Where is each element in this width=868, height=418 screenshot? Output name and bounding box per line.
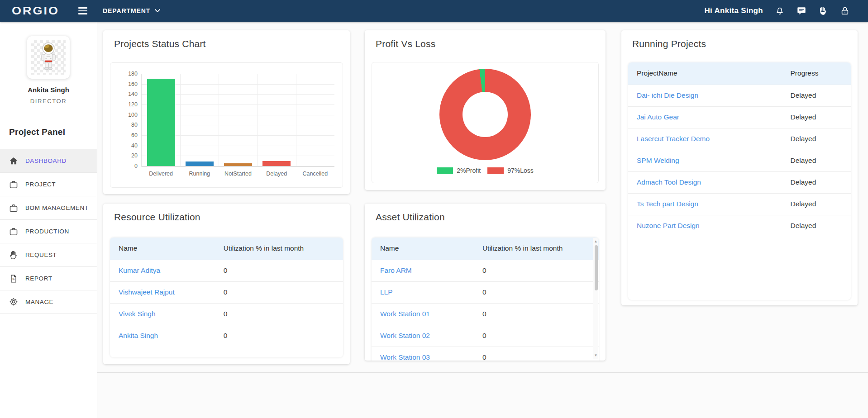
bar-chart: 020406080100120140160180DeliveredRunning… bbox=[141, 74, 334, 166]
x-axis-tick-label: Cancelled bbox=[303, 171, 328, 177]
column-header: ProjectName bbox=[628, 62, 782, 85]
hand-outline-icon bbox=[9, 250, 19, 260]
project-link[interactable]: Ts Tech part Design bbox=[637, 200, 698, 208]
resource-utilization-table: NameUtilization % in last monthKumar Adi… bbox=[110, 238, 343, 347]
table-row: Vivek Singh0 bbox=[110, 303, 343, 325]
legend-item: 97%Loss bbox=[487, 167, 534, 174]
x-axis-tick-label: Delayed bbox=[266, 171, 287, 177]
column-header: Name bbox=[110, 238, 215, 260]
sidebar-user-name: Ankita Singh bbox=[0, 86, 97, 94]
row-name-cell: Vivek Singh bbox=[110, 303, 215, 325]
table-row: Work Station 010 bbox=[372, 303, 599, 325]
briefcase-icon bbox=[9, 180, 19, 190]
table-row: Vishwajeet Rajput0 bbox=[110, 281, 343, 303]
project-link[interactable]: Nuzone Part Design bbox=[637, 222, 700, 229]
asset-utilization-table-wrap: NameUtilization % in last monthFaro ARM0… bbox=[372, 238, 599, 361]
project-link[interactable]: Dai- ichi Die Design bbox=[637, 91, 698, 99]
column-header: Utilization % in last month bbox=[474, 238, 599, 260]
sidebar-menu: DASHBOARDPROJECTBOM MANAGEMENTPRODUCTION… bbox=[0, 149, 97, 314]
department-dropdown[interactable]: DEPARTMENT bbox=[103, 7, 160, 14]
hamburger-menu-icon[interactable] bbox=[76, 5, 89, 16]
row-value-cell: Delayed bbox=[782, 215, 851, 237]
row-value-cell: 0 bbox=[474, 347, 599, 361]
gridline bbox=[258, 74, 258, 166]
scrollbar-thumb[interactable] bbox=[595, 245, 598, 290]
row-value-cell: 0 bbox=[215, 303, 343, 325]
scrollbar-down-arrow[interactable]: ▼ bbox=[593, 353, 598, 358]
row-value-cell: Delayed bbox=[782, 85, 851, 106]
resource-link[interactable]: Kumar Aditya bbox=[119, 266, 160, 274]
y-axis-tick-label: 0 bbox=[134, 163, 138, 169]
table-row: Nuzone Part DesignDelayed bbox=[628, 215, 851, 237]
legend-label: 97%Loss bbox=[507, 167, 534, 174]
briefcase-icon bbox=[9, 203, 19, 213]
resource-link[interactable]: Vivek Singh bbox=[119, 310, 156, 318]
legend-swatch bbox=[437, 167, 453, 174]
sidebar-item-dashboard[interactable]: DASHBOARD bbox=[0, 149, 97, 172]
resource-link[interactable]: Ankita Singh bbox=[119, 332, 158, 339]
sidebar: Ankita Singh DIRECTOR Project Panel DASH… bbox=[0, 22, 97, 418]
row-name-cell: Ts Tech part Design bbox=[628, 193, 782, 215]
sidebar-item-label: PRODUCTION bbox=[25, 228, 69, 235]
row-name-cell: Ankita Singh bbox=[110, 325, 215, 347]
user-greeting: Hi Ankita Singh bbox=[705, 6, 763, 15]
row-name-cell: Work Station 01 bbox=[372, 303, 474, 325]
table-row: Dai- ichi Die DesignDelayed bbox=[628, 85, 851, 106]
row-value-cell: 0 bbox=[474, 303, 599, 325]
navbar-right: Hi Ankita Singh bbox=[705, 6, 850, 16]
sidebar-item-manage[interactable]: MANAGE bbox=[0, 290, 97, 314]
x-axis-tick-label: Delivered bbox=[149, 171, 173, 177]
row-value-cell: 0 bbox=[215, 260, 343, 281]
department-label: DEPARTMENT bbox=[103, 7, 150, 14]
resource-utilization-card: Resource Utilization NameUtilization % i… bbox=[103, 204, 350, 364]
home-icon bbox=[9, 156, 19, 166]
y-axis-tick-label: 100 bbox=[128, 112, 138, 118]
row-name-cell: Admach Tool Design bbox=[628, 171, 782, 193]
row-value-cell: Delayed bbox=[782, 128, 851, 150]
sidebar-item-production[interactable]: PRODUCTION bbox=[0, 219, 97, 243]
sidebar-item-report[interactable]: $REPORT bbox=[0, 266, 97, 290]
project-link[interactable]: Lasercut Tracker Demo bbox=[637, 135, 710, 142]
gridline bbox=[219, 74, 219, 166]
row-name-cell: Jai Auto Gear bbox=[628, 106, 782, 128]
row-value-cell: Delayed bbox=[782, 106, 851, 128]
table-row: Kumar Aditya0 bbox=[110, 260, 343, 281]
asset-link[interactable]: Work Station 03 bbox=[380, 353, 430, 361]
y-axis-tick-label: 160 bbox=[128, 81, 138, 87]
row-name-cell: LLP bbox=[372, 281, 474, 303]
project-link[interactable]: SPM Welding bbox=[637, 157, 679, 164]
bar-chart-panel: 020406080100120140160180DeliveredRunning… bbox=[110, 62, 343, 188]
sidebar-item-label: REQUEST bbox=[25, 252, 57, 258]
chat-icon[interactable] bbox=[796, 6, 806, 16]
hand-icon[interactable] bbox=[818, 6, 828, 16]
sidebar-item-bom-management[interactable]: BOM MANAGEMENT bbox=[0, 196, 97, 219]
scrollbar[interactable]: ▲ ▼ bbox=[593, 238, 598, 359]
sidebar-item-label: PROJECT bbox=[25, 181, 56, 188]
row-value-cell: 0 bbox=[215, 325, 343, 347]
row-value-cell: 0 bbox=[215, 281, 343, 303]
bell-icon[interactable] bbox=[775, 6, 785, 16]
gridline bbox=[180, 74, 181, 166]
running-projects-table: ProjectNameProgressDai- ichi Die DesignD… bbox=[628, 62, 851, 237]
projects-status-chart-title: Projects Status Chart bbox=[114, 38, 206, 49]
scrollbar-up-arrow[interactable]: ▲ bbox=[593, 239, 598, 244]
main-content: Projects Status Chart 020406080100120140… bbox=[97, 22, 868, 418]
asset-link[interactable]: Work Station 01 bbox=[380, 310, 430, 318]
table-row: Faro ARM0 bbox=[372, 260, 599, 281]
sidebar-item-project[interactable]: PROJECT bbox=[0, 172, 97, 196]
sidebar-item-request[interactable]: REQUEST bbox=[0, 243, 97, 266]
project-link[interactable]: Jai Auto Gear bbox=[637, 113, 679, 121]
table-row: LLP0 bbox=[372, 281, 599, 303]
asset-link[interactable]: Work Station 02 bbox=[380, 332, 430, 339]
row-value-cell: Delayed bbox=[782, 171, 851, 193]
asset-link[interactable]: Faro ARM bbox=[380, 266, 412, 274]
resource-utilization-title: Resource Utilization bbox=[114, 212, 200, 223]
project-link[interactable]: Admach Tool Design bbox=[637, 178, 701, 186]
table-row: Work Station 020 bbox=[372, 325, 599, 347]
asset-link[interactable]: LLP bbox=[380, 288, 393, 296]
lock-icon[interactable] bbox=[840, 6, 850, 16]
resource-link[interactable]: Vishwajeet Rajput bbox=[119, 288, 175, 296]
row-name-cell: Work Station 02 bbox=[372, 325, 474, 347]
asset-utilization-card: Asset Utilization NameUtilization % in l… bbox=[365, 204, 606, 361]
gridline bbox=[296, 74, 296, 166]
